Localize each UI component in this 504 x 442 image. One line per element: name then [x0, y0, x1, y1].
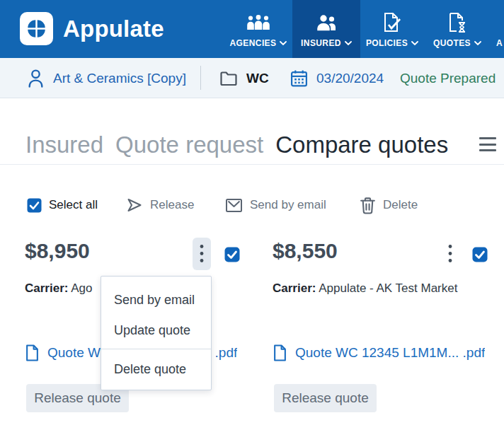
menu-item-delete-quote[interactable]: Delete quote: [101, 349, 211, 390]
compare-quotes-page: Appulate AGENCIES: [0, 0, 504, 442]
nav-admin-partial[interactable]: A: [491, 0, 504, 58]
quote-2-kebab-menu-button[interactable]: [442, 241, 458, 267]
release-action-button[interactable]: Release: [126, 196, 194, 214]
insured-name-link[interactable]: Art & Ceramics [Copy]: [27, 58, 186, 98]
folder-icon: [219, 71, 238, 86]
tabs-underline: [0, 164, 504, 165]
nav-insured[interactable]: INSURED: [292, 0, 360, 58]
calendar-icon: [290, 69, 308, 88]
nav-agencies[interactable]: AGENCIES: [224, 0, 292, 58]
nav-quotes-label: QUOTES: [433, 38, 471, 48]
tab-insured[interactable]: Insured: [25, 132, 103, 158]
select-all-control: Select all: [27, 196, 98, 214]
kebab-dots-icon: [200, 244, 204, 264]
chevron-down-icon: [474, 41, 481, 45]
tab-quote-request[interactable]: Quote request: [115, 132, 263, 158]
tab-compare-quotes[interactable]: Compare quotes: [275, 132, 448, 158]
lob-code: WC: [246, 71, 269, 86]
insured-people-icon: [315, 9, 338, 36]
send-by-email-label: Send by email: [250, 198, 326, 212]
quote-document-hourglass-icon: [447, 9, 467, 36]
quote-2-checkbox[interactable]: [472, 247, 488, 262]
carrier-name: Ago: [71, 281, 92, 295]
quote-2-pdf-link[interactable]: Quote WC 12345 L1M1M... .pdf: [273, 344, 485, 362]
main-nav: AGENCIES INSURED: [224, 0, 504, 58]
file-icon: [25, 344, 40, 362]
send-plane-icon: [126, 197, 143, 214]
menu-item-update-quote[interactable]: Update quote: [101, 315, 211, 346]
insured-name: Art & Ceramics [Copy]: [53, 71, 186, 86]
appulate-logo[interactable]: Appulate: [20, 12, 164, 45]
premium-amount: $8,950: [25, 239, 90, 263]
carrier-line: Carrier: Ago: [25, 281, 92, 296]
kebab-dots-icon: [448, 244, 452, 264]
select-all-label: Select all: [49, 198, 98, 212]
clover-logo-icon: [20, 12, 53, 45]
file-icon: [273, 344, 287, 362]
quote-1-checkbox[interactable]: [224, 247, 240, 262]
chevron-down-icon: [411, 41, 418, 45]
status-badge: Quote Prepared: [400, 71, 496, 86]
policy-document-check-icon: [382, 9, 402, 36]
quote-card-2: $8,550 Carrier: Appulate - AK Test Marke…: [273, 238, 488, 421]
file-name: Quote WC 12345 L1M1M... .pdf: [295, 345, 485, 361]
page-tabs: Insured Quote request Compare quotes: [25, 132, 448, 158]
menu-item-send-by-email[interactable]: Send by email: [101, 285, 211, 315]
context-bar: Art & Ceramics [Copy] WC 03/20/2024: [0, 58, 504, 98]
lob-link[interactable]: WC: [219, 58, 269, 98]
nav-insured-label: INSURED: [301, 38, 341, 48]
effective-date: 03/20/2024: [316, 71, 384, 86]
nav-policies-label: POLICIES: [366, 38, 408, 48]
tabs-menu-icon[interactable]: [479, 137, 496, 151]
agencies-people-icon: [246, 9, 271, 36]
nav-policies[interactable]: POLICIES: [360, 0, 424, 58]
top-header: Appulate AGENCIES: [0, 0, 504, 58]
release-label: Release: [150, 198, 194, 212]
person-icon: [27, 69, 45, 88]
send-by-email-action-button[interactable]: Send by email: [225, 196, 326, 214]
carrier-label: Carrier:: [25, 281, 68, 295]
delete-label: Delete: [383, 198, 418, 212]
quote-status: Quote Prepared: [400, 58, 496, 98]
chevron-down-icon: [280, 41, 287, 45]
premium-amount: $8,550: [273, 239, 338, 263]
chevron-down-icon: [345, 41, 352, 45]
nav-quotes[interactable]: QUOTES: [424, 0, 491, 58]
carrier-name: Appulate - AK Test Market: [319, 281, 457, 295]
envelope-icon: [225, 198, 243, 213]
nav-agencies-label: AGENCIES: [230, 38, 277, 48]
carrier-label: Carrier:: [273, 281, 316, 295]
nav-partial-label: A: [496, 38, 503, 48]
trash-icon: [360, 197, 376, 214]
delete-action-button[interactable]: Delete: [360, 196, 418, 214]
quote-context-menu: Send by email Update quote Delete quote: [101, 276, 212, 390]
divider: [200, 66, 201, 90]
carrier-line: Carrier: Appulate - AK Test Market: [273, 281, 457, 296]
quote-1-kebab-menu-button[interactable]: [193, 238, 211, 270]
select-all-checkbox[interactable]: [27, 198, 42, 213]
quote-2-release-button[interactable]: Release quote: [274, 384, 377, 412]
effective-date-link[interactable]: 03/20/2024: [290, 58, 384, 98]
brand-name: Appulate: [63, 16, 164, 42]
